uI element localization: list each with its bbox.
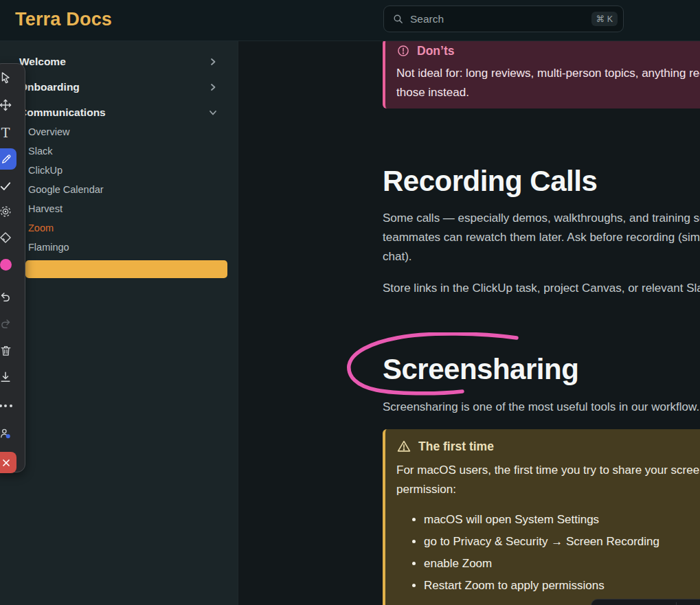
laser-pointer-tool-button[interactable]	[0, 203, 14, 220]
sidebar-item-onboarding[interactable]: Onboarding	[0, 77, 238, 98]
color-swatch-button[interactable]	[0, 256, 14, 273]
bullet-item: enable Zoom	[424, 553, 700, 575]
callout-body-line: For macOS users, the first time you try …	[396, 461, 700, 480]
text-tool-icon: T	[1, 125, 10, 140]
sidebar-section-label: Welcome	[19, 56, 66, 68]
donts-callout: Don’ts Not ideal for: long reviews, mult…	[383, 39, 700, 109]
chevron-right-icon	[209, 58, 217, 66]
sidebar-item-label: Zoom	[28, 222, 54, 233]
close-icon	[1, 457, 12, 468]
sidebar-item-label: Overview	[28, 126, 69, 137]
sidebar-item-label: ClickUp	[28, 165, 63, 176]
redo-button-disabled[interactable]	[0, 315, 14, 332]
download-button[interactable]	[0, 369, 14, 385]
move-icon	[0, 98, 12, 112]
callout-body-line: those instead.	[396, 83, 700, 102]
sidebar-item-zoom-active[interactable]: Zoom	[28, 218, 227, 238]
move-tool-button[interactable]	[0, 97, 14, 113]
callout-body-line: Not ideal for: long reviews, multi-perso…	[396, 64, 700, 83]
sidebar-item-harvest[interactable]: Harvest	[28, 199, 227, 218]
sidebar-item-communications[interactable]: Communications	[0, 102, 238, 123]
paragraph-line: Screensharing is one of the most useful …	[383, 398, 699, 417]
search-shortcut-badge: ⌘ K	[591, 12, 618, 26]
bottom-right-mini-toolbar[interactable]	[591, 599, 700, 605]
user-presence-icon	[0, 426, 12, 440]
recording-paragraph-1: Some calls — especially demos, walkthrou…	[383, 209, 700, 266]
undo-icon	[0, 290, 12, 304]
check-tool-button[interactable]	[0, 178, 14, 194]
recording-paragraph-2: Store links in the ClickUp task, project…	[383, 279, 700, 298]
callout-title: The first time	[418, 440, 494, 454]
sidebar-item-label: Flamingo	[28, 242, 69, 253]
annotation-toolbar: T	[0, 63, 25, 472]
select-tool-button[interactable]	[0, 69, 14, 86]
sidebar-item-welcome[interactable]: Welcome	[0, 52, 238, 72]
chevron-down-icon	[209, 109, 217, 117]
paragraph-line: Store links in the ClickUp task, project…	[383, 279, 700, 298]
app-logo[interactable]: Terra Docs	[15, 9, 112, 30]
search-icon	[392, 13, 404, 25]
check-icon	[0, 179, 12, 193]
top-header: Terra Docs ⌘ K	[0, 0, 700, 41]
callout-body-line: permission:	[396, 480, 700, 499]
first-time-bullet-list: macOS will open System Settings go to Pr…	[396, 509, 700, 597]
mini-toolbar-divider	[676, 602, 677, 605]
warning-triangle-icon	[396, 439, 411, 454]
search-input[interactable]	[410, 13, 591, 25]
callout-title: Don’ts	[417, 44, 454, 58]
ellipsis-icon	[0, 404, 12, 407]
bullet-item: macOS will open System Settings	[424, 509, 700, 531]
delete-button[interactable]	[0, 342, 14, 358]
sidebar-item-google-calendar[interactable]: Google Calendar	[28, 180, 227, 199]
paragraph-line: chat).	[383, 247, 700, 266]
sidebar-item-label: Harvest	[28, 203, 63, 214]
screensharing-subtitle: Screensharing is one of the most useful …	[383, 398, 699, 417]
sidebar-section-label: Onboarding	[19, 81, 80, 93]
bullet-item: Restart Zoom to apply permissions	[424, 575, 700, 597]
search-bar[interactable]: ⌘ K	[383, 5, 624, 32]
more-options-button[interactable]	[0, 398, 14, 414]
paragraph-line: teammates can rewatch them later. Ask be…	[383, 228, 700, 247]
warn-callout-title-row: The first time	[396, 437, 700, 455]
app-window: Terra Docs ⌘ K Welcome Onboarding Commun…	[0, 0, 700, 605]
download-icon	[0, 370, 12, 384]
eraser-icon	[0, 231, 12, 244]
active-item-highlight	[25, 260, 227, 278]
sidebar-item-flamingo[interactable]: Flamingo	[28, 238, 227, 257]
chevron-right-icon	[209, 83, 217, 91]
undo-button[interactable]	[0, 288, 14, 305]
sidebar-item-label: Google Calendar	[28, 184, 104, 195]
bullet-item: go to Privacy & Security → Screen Record…	[424, 531, 700, 553]
sidebar-item-clickup[interactable]: ClickUp	[28, 161, 227, 180]
redo-icon	[0, 317, 12, 330]
paragraph-line: Some calls — especially demos, walkthrou…	[383, 209, 700, 228]
sidebar-item-slack[interactable]: Slack	[28, 141, 227, 161]
trash-icon	[0, 344, 12, 357]
sidebar-nav: Welcome Onboarding Communications Overvi…	[0, 41, 238, 605]
pink-color-swatch	[0, 259, 12, 271]
pen-tool-button-active[interactable]	[0, 148, 16, 170]
screensharing-heading: Screensharing	[383, 353, 578, 386]
text-tool-button[interactable]: T	[0, 124, 14, 141]
sidebar-section-label: Communications	[19, 106, 106, 119]
recording-calls-heading: Recording Calls	[383, 165, 597, 198]
presence-button[interactable]	[0, 425, 14, 442]
close-annotation-button[interactable]	[0, 452, 16, 473]
eraser-tool-button[interactable]	[0, 229, 14, 246]
first-time-callout: The first time For macOS users, the firs…	[383, 429, 700, 605]
laser-pointer-icon	[0, 205, 12, 218]
sidebar-item-overview[interactable]: Overview	[28, 122, 227, 141]
donts-callout-title-row: Don’ts	[396, 42, 700, 60]
cursor-icon	[0, 71, 12, 84]
alert-circle-icon	[396, 44, 410, 58]
sidebar-item-label: Slack	[28, 146, 52, 157]
pen-icon	[0, 153, 12, 165]
